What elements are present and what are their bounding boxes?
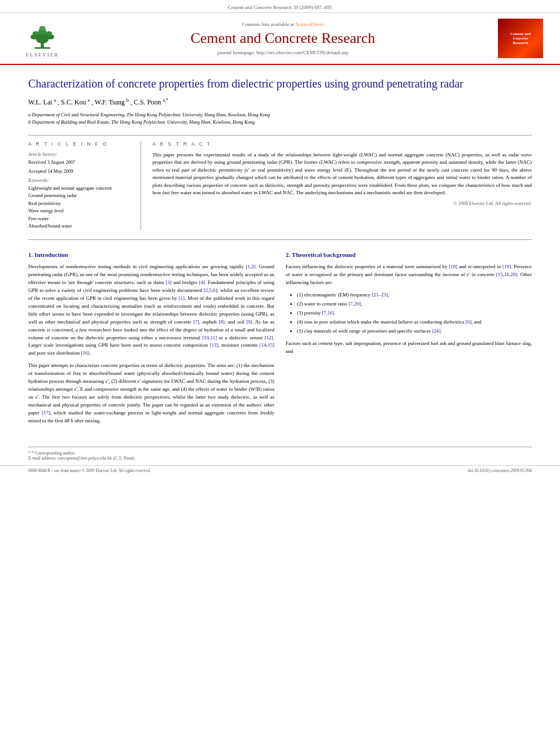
journal-logo-line3: Research — [513, 41, 528, 45]
ref-4: [4] — [199, 279, 205, 285]
keyword-5: Free water — [28, 215, 132, 223]
ref-14-15: [14,15] — [260, 342, 274, 348]
section2-heading: 2. Theoretical background — [286, 250, 532, 260]
affiliation-a: a Department of Civil and Structural Eng… — [28, 111, 532, 119]
email-text: E-mail address: ceecspoon@inet.polyu.edu… — [28, 456, 135, 461]
email-note: E-mail address: ceecspoon@inet.polyu.edu… — [28, 456, 532, 461]
ref-18: [18] — [449, 264, 457, 269]
section2-para2: Factors such as cement type, salt impreg… — [286, 340, 532, 356]
section1-para1: Developments of nondestructive testing m… — [28, 263, 274, 357]
ref-1: [1] — [179, 295, 185, 301]
ref-7: [7] — [193, 319, 199, 325]
affiliations: a Department of Civil and Structural Eng… — [28, 111, 532, 126]
affil-a-star-sup: a,* — [163, 98, 168, 103]
body-content: 1. Introduction Developments of nondestr… — [28, 239, 532, 430]
ref-2-5-6: [2,5,6] — [204, 287, 217, 293]
factor-5: (5) clay minerals of wide range of poros… — [297, 327, 532, 335]
factor-2: (2) water to cement ratio [7,20], — [297, 300, 532, 308]
affiliation-b: b Department of Building and Real Estate… — [28, 119, 532, 126]
elsevier-wordmark: ELSEVIER — [26, 52, 59, 58]
author-wftsang: , W.F. Tsang — [91, 98, 126, 106]
svg-point-8 — [33, 31, 39, 35]
info-abstract-section: A R T I C L E I N F O Article history: R… — [28, 135, 532, 231]
factor-4: (4) ions in pore solution which make the… — [297, 318, 532, 326]
journal-reference: Cement and Concrete Research 39 (2009) 6… — [0, 0, 560, 13]
section2-para1: Factors influencing the dielectric prope… — [286, 263, 532, 287]
abstract-label: A B S T R A C T — [152, 141, 532, 147]
factor-1: (1) electromagnetic (EM) frequency [21–2… — [297, 291, 532, 299]
elsevier-logo: ELSEVIER — [17, 20, 68, 58]
article-info-label: A R T I C L E I N F O — [28, 141, 132, 147]
ref-17: [17] — [42, 410, 50, 416]
ref-13: [13] — [209, 342, 218, 348]
elsevier-tree-icon — [23, 20, 62, 51]
body-left-column: 1. Introduction Developments of nondestr… — [28, 248, 274, 430]
journal-logo-box: Cement and Concrete Research — [498, 19, 543, 58]
ref-19: [19] — [502, 264, 511, 269]
keyword-6: Absorbed/bound water — [28, 222, 132, 230]
journal-ref-text: Cement and Concrete Research 39 (2009) 6… — [228, 5, 332, 10]
accepted-date: Accepted 14 May 2009 — [28, 168, 132, 174]
article-content: Characterization of concrete properties … — [0, 65, 560, 441]
section1-heading: 1. Introduction — [28, 250, 274, 260]
ref-3: [3] — [166, 279, 172, 285]
ref-16: [16] — [81, 350, 89, 356]
journal-logo-line2: Concrete — [513, 36, 528, 41]
affil-b-sup: b — [126, 98, 129, 103]
factors-list: (1) electromagnetic (EM) frequency [21–2… — [297, 291, 532, 335]
ref-10-11: [10,11] — [202, 335, 217, 340]
keywords-list: Lightweight and normal aggregate concret… — [28, 185, 132, 231]
journal-main-title: Cement and Concrete Research — [79, 29, 487, 47]
doi-note: doi:10.1016/j.cemconres.2009.05.004 — [467, 468, 532, 473]
issn-note: 0008-8846/$ – see front matter © 2009 El… — [28, 468, 151, 473]
journal-banner: ELSEVIER Contents lists available at Sci… — [0, 13, 560, 65]
history-label: Article history: — [28, 151, 132, 157]
journal-title-block: Contents lists available at ScienceDirec… — [68, 21, 498, 55]
authors-line: W.L. Lai a , S.C. Kou a , W.F. Tsang b ,… — [28, 98, 532, 107]
abstract-text: This paper presents the experimental res… — [152, 151, 532, 197]
affil-a-sup1: a — [54, 98, 56, 103]
corresponding-author-note: * * Corresponding author. — [28, 451, 532, 456]
keyword-3: Real permittivity — [28, 200, 132, 208]
svg-point-9 — [46, 31, 52, 35]
ref-12: [12] — [265, 335, 273, 340]
ref-8: [8] — [218, 319, 225, 325]
journal-logo-line1: Cement and — [510, 32, 531, 36]
sciencedirect-line: Contents lists available at ScienceDirec… — [79, 21, 487, 27]
bottom-footer: 0008-8846/$ – see front matter © 2009 El… — [0, 465, 560, 475]
ref-1-2: [1,2] — [246, 264, 255, 269]
copyright-line: © 2009 Elsevier Ltd. All rights reserved… — [152, 200, 532, 206]
sciencedirect-link[interactable]: ScienceDirect — [295, 21, 323, 27]
article-info-column: A R T I C L E I N F O Article history: R… — [28, 141, 141, 231]
received-date: Received 3 August 2007 — [28, 159, 132, 165]
keyword-4: Wave energy level — [28, 207, 132, 215]
section1-para2: This paper attempts to characterize conc… — [28, 362, 274, 425]
author-cspoon: , C.S. Poon — [130, 98, 163, 106]
factor-3: (3) porosity [7,16] — [297, 309, 532, 317]
article-title: Characterization of concrete properties … — [28, 76, 532, 91]
svg-rect-1 — [34, 47, 50, 49]
keyword-1: Lightweight and normal aggregate concret… — [28, 185, 132, 193]
keywords-label: Keywords: — [28, 177, 132, 183]
ref-15-16-20: [15,16,20] — [496, 272, 518, 277]
author-wllai: W.L. Lai — [28, 98, 54, 106]
author-sckou: , S.C. Kou — [58, 98, 88, 106]
svg-point-5 — [40, 26, 46, 31]
footer-area: * * Corresponding author. E-mail address… — [28, 447, 532, 461]
ref-9: [9] — [246, 319, 252, 325]
body-right-column: 2. Theoretical background Factors influe… — [286, 248, 532, 430]
page-container: Cement and Concrete Research 39 (2009) 6… — [0, 0, 560, 747]
corresponding-author-label: * Corresponding author. — [32, 451, 76, 456]
keyword-2: Ground penetrating radar — [28, 192, 132, 200]
affil-a-sup2: a — [88, 98, 90, 103]
abstract-column: A B S T R A C T This paper presents the … — [152, 141, 532, 231]
journal-homepage: journal homepage: http://ees.elsevier.co… — [79, 50, 487, 55]
